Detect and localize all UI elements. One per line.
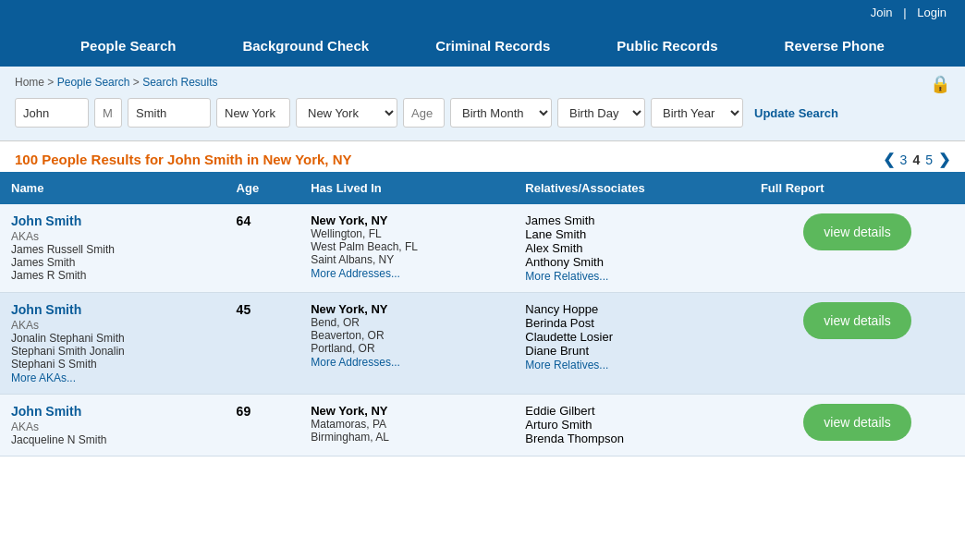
relative-name: Berinda Post xyxy=(525,316,739,330)
nav-criminal-records[interactable]: Criminal Records xyxy=(402,25,583,67)
location-secondary: Portland, OR xyxy=(311,342,503,355)
pagination: ❮ 3 4 5 ❯ xyxy=(883,151,950,168)
relative-name: Claudette Losier xyxy=(525,330,739,344)
location-secondary: Birmingham, AL xyxy=(311,431,503,444)
breadcrumb-search-results[interactable]: Search Results xyxy=(142,76,217,89)
person-name[interactable]: John Smith xyxy=(11,302,214,317)
location-primary: New York, NY xyxy=(311,302,503,316)
age-cell: 64 xyxy=(226,204,300,293)
page-4[interactable]: 4 xyxy=(912,152,920,167)
breadcrumb: Home > People Search > Search Results xyxy=(15,76,950,89)
main-nav: People Search Background Check Criminal … xyxy=(0,25,965,67)
relative-name: Diane Brunt xyxy=(525,344,739,358)
results-header: 100 People Results for John Smith in New… xyxy=(0,141,965,172)
locations-cell: New York, NYBend, ORBeaverton, ORPortlan… xyxy=(299,293,514,395)
age-cell: 45 xyxy=(226,293,300,395)
nav-people-search[interactable]: People Search xyxy=(47,25,209,67)
location-primary: New York, NY xyxy=(311,404,503,418)
col-full-report: Full Report xyxy=(750,172,965,204)
aka-name: Stephani S Smith xyxy=(11,358,214,371)
page-3[interactable]: 3 xyxy=(900,152,908,167)
location-secondary: Wellington, FL xyxy=(311,227,503,240)
first-name-input[interactable] xyxy=(15,98,89,128)
col-has-lived-in: Has Lived In xyxy=(299,172,514,204)
lock-icon: 🔒 xyxy=(930,74,950,94)
table-row: John SmithAKAsJames Russell SmithJames S… xyxy=(0,204,965,293)
more-relatives-link[interactable]: More Relatives... xyxy=(525,359,608,371)
breadcrumb-home[interactable]: Home xyxy=(15,76,44,89)
location-secondary: Matamoras, PA xyxy=(311,418,503,431)
relatives-cell: Nancy HoppeBerinda PostClaudette LosierD… xyxy=(514,293,750,395)
relative-name: Arturo Smith xyxy=(525,418,739,432)
login-link[interactable]: Login xyxy=(917,6,947,19)
location-primary: New York, NY xyxy=(311,213,503,227)
table-row: John SmithAKAsJonalin Stephani SmithStep… xyxy=(0,293,965,395)
view-details-button[interactable]: view details xyxy=(803,404,910,441)
relative-name: Eddie Gilbert xyxy=(525,404,739,418)
full-report-cell: view details xyxy=(750,395,965,457)
next-page[interactable]: ❯ xyxy=(938,151,950,168)
birth-day-select[interactable]: Birth Day xyxy=(557,98,645,128)
results-table: Name Age Has Lived In Relatives/Associat… xyxy=(0,172,965,457)
relatives-cell: Eddie GilbertArturo SmithBrenda Thompson xyxy=(514,395,750,457)
locations-cell: New York, NYWellington, FLWest Palm Beac… xyxy=(299,204,514,293)
view-details-button[interactable]: view details xyxy=(803,213,910,250)
more-akas-link[interactable]: More AKAs... xyxy=(11,371,76,384)
person-name[interactable]: John Smith xyxy=(11,213,214,228)
full-report-cell: view details xyxy=(750,204,965,293)
aka-label: AKAs xyxy=(11,230,214,243)
relative-name: Alex Smith xyxy=(525,241,739,255)
aka-name: Jonalin Stephani Smith xyxy=(11,332,214,345)
more-addresses-link[interactable]: More Addresses... xyxy=(311,267,400,280)
full-report-cell: view details xyxy=(750,293,965,395)
nav-public-records[interactable]: Public Records xyxy=(583,25,751,67)
location-secondary: Saint Albans, NY xyxy=(311,253,503,266)
city-input[interactable] xyxy=(216,98,290,128)
aka-name: James R Smith xyxy=(11,269,214,282)
more-relatives-link[interactable]: More Relatives... xyxy=(525,270,608,283)
prev-page[interactable]: ❮ xyxy=(883,151,895,168)
aka-name: James Russell Smith xyxy=(11,243,214,256)
middle-initial-input[interactable] xyxy=(94,98,122,128)
results-count: 100 People Results for John Smith in New… xyxy=(15,152,352,167)
relative-name: Nancy Hoppe xyxy=(525,302,739,316)
breadcrumb-people-search[interactable]: People Search xyxy=(57,76,130,89)
location-secondary: Bend, OR xyxy=(311,316,503,329)
relatives-cell: James SmithLane SmithAlex SmithAnthony S… xyxy=(514,204,750,293)
more-addresses-link[interactable]: More Addresses... xyxy=(311,356,400,369)
aka-name: James Smith xyxy=(11,256,214,269)
name-cell: John SmithAKAsJonalin Stephani SmithStep… xyxy=(0,293,226,395)
relative-name: Lane Smith xyxy=(525,227,739,241)
relative-name: James Smith xyxy=(525,213,739,227)
age-cell: 69 xyxy=(226,395,300,457)
col-age: Age xyxy=(226,172,300,204)
aka-name: Stephani Smith Jonalin xyxy=(11,345,214,358)
location-secondary: Beaverton, OR xyxy=(311,329,503,342)
join-link[interactable]: Join xyxy=(871,6,893,19)
location-secondary: West Palm Beach, FL xyxy=(311,240,503,253)
age-input[interactable] xyxy=(403,98,445,128)
person-name[interactable]: John Smith xyxy=(11,404,214,419)
age-value: 69 xyxy=(237,404,251,419)
name-cell: John SmithAKAsJames Russell SmithJames S… xyxy=(0,204,226,293)
state-select[interactable]: New York xyxy=(296,98,397,128)
page-5[interactable]: 5 xyxy=(925,152,933,167)
last-name-input[interactable] xyxy=(128,98,211,128)
name-cell: John SmithAKAsJacqueline N Smith xyxy=(0,395,226,457)
locations-cell: New York, NYMatamoras, PABirmingham, AL xyxy=(299,395,514,457)
separator: | xyxy=(903,6,906,19)
birth-month-select[interactable]: Birth Month xyxy=(450,98,552,128)
birth-year-select[interactable]: Birth Year xyxy=(651,98,743,128)
update-search-link[interactable]: Update Search xyxy=(754,106,838,120)
top-bar: Join | Login xyxy=(0,0,965,25)
aka-name: Jacqueline N Smith xyxy=(11,433,214,446)
nav-background-check[interactable]: Background Check xyxy=(209,25,402,67)
relative-name: Anthony Smith xyxy=(525,255,739,269)
col-relatives: Relatives/Associates xyxy=(514,172,750,204)
col-name: Name xyxy=(0,172,226,204)
aka-label: AKAs xyxy=(11,319,214,332)
view-details-button[interactable]: view details xyxy=(803,302,910,339)
relative-name: Brenda Thompson xyxy=(525,432,739,445)
nav-reverse-phone[interactable]: Reverse Phone xyxy=(751,25,918,67)
table-row: John SmithAKAsJacqueline N Smith 69 New … xyxy=(0,395,965,457)
